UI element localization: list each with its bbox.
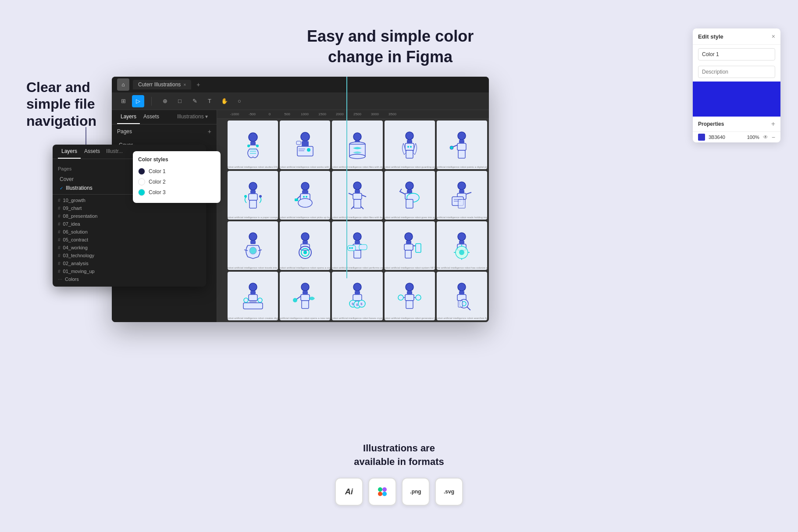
svg-rect-34 [249,194,257,200]
lo-layer-03-technology[interactable]: # 03_technology [53,252,206,259]
esp-eye-icon[interactable]: 👁 [763,134,768,140]
illus-cell-19: robot artificial intelligence robot gene… [385,272,435,320]
toolbar-grid-btn[interactable]: ⊞ [117,95,129,107]
toolbar-cursor-btn[interactable]: ▷ [132,95,144,107]
svg-point-4 [256,145,259,147]
robot-cylinder-svg [344,131,370,159]
svg-rect-120 [407,291,412,294]
ruler-top: -1000 -500 0 500 1000 1500 2000 2500 300… [217,110,489,119]
figma-home-button[interactable]: ⌂ [117,78,129,91]
illus-cell-12: robot artificial intelligence robot open… [280,221,330,270]
svg-point-81 [351,247,353,249]
lo-illustrations-label: Illustrations [66,185,93,191]
robot-flowers-svg [240,181,266,209]
illus-label: robot artificial intelligence robot base… [332,317,382,319]
svg-point-138 [382,492,387,496]
toolbar-pen-btn[interactable]: ✎ [189,95,201,107]
toolbar-hand-btn[interactable]: ✋ [218,95,231,107]
svg-line-50 [362,195,366,197]
lo-layer-07-idea[interactable]: # 07_idea [53,220,206,228]
illus-cell-10: artificial intelligence robot reads hold… [437,171,487,220]
illus-label: robot artificial intelligence robot file… [332,216,382,219]
lo-layer-01-moving-up[interactable]: # 01_moving_up [53,267,206,275]
esp-description-input[interactable] [698,66,775,78]
lo-layer-colors[interactable]: ⋯ Colors [53,275,206,283]
svg-rect-27 [459,140,464,143]
svg-rect-51 [354,199,361,208]
svg-point-52 [406,182,413,190]
tab-add-icon[interactable]: + [196,81,200,88]
svg-point-80 [349,247,351,249]
svg-rect-136 [378,492,382,496]
overlay-tab-illus[interactable]: Illustr... [103,145,125,159]
cs-item-color3[interactable]: Color 3 [138,187,215,198]
svg-rect-133 [458,301,463,307]
svg-rect-22 [405,143,414,150]
format-icons-group: Ai .png .svg [0,478,798,506]
tab-close-icon[interactable]: × [183,82,186,87]
esp-close-button[interactable]: × [772,33,775,40]
svg-rect-87 [405,250,411,258]
cs-item-color1[interactable]: Color 1 [138,166,215,177]
toolbar-text-btn[interactable]: T [203,95,216,107]
svg-point-110 [353,283,361,291]
svg-rect-35 [249,200,256,208]
svg-point-88 [458,233,466,241]
top-heading-section: Easy and simple color change in Figma [307,26,474,67]
svg-rect-64 [458,199,465,208]
illus-label: robot artificial intelligence robot gene… [385,317,435,319]
overlay-tab-assets[interactable]: Assets [81,145,103,159]
figma-tab[interactable]: Cuterr Illustrations × [133,80,191,89]
lo-layer-06-solution[interactable]: # 06_solution [53,228,206,236]
format-png-icon: .png [402,478,430,506]
esp-name-input[interactable] [698,48,775,60]
svg-point-102 [258,298,262,302]
lo-layer-09-chart[interactable]: # 09_chart [53,204,206,212]
tab-layers[interactable]: Layers [117,110,140,124]
svg-rect-58 [459,190,464,193]
ruler-mark: 500 [278,112,296,116]
robot-arm-svg [449,131,475,159]
lo-layer-05-contract[interactable]: # 05_contract [53,236,206,244]
esp-prop-row: 3B3640 100% 👁 − [693,131,780,142]
color-guide-line [346,77,347,278]
toolbar-rect-btn[interactable]: □ [174,95,186,107]
top-heading: Easy and simple color change in Figma [307,26,474,67]
cs-item-color2[interactable]: Color 2 [138,177,215,187]
svg-rect-121 [405,294,414,301]
svg-rect-47 [355,190,360,193]
svg-text:$: $ [352,302,354,306]
esp-minus-icon[interactable]: − [772,134,775,141]
svg-point-68 [301,233,309,241]
svg-point-0 [249,133,257,142]
svg-rect-69 [303,241,308,244]
robot-music-svg [240,282,266,310]
lo-layer-08-presentation[interactable]: # 08_presentation [53,212,206,220]
lo-layer-04-working[interactable]: # 04_working [53,244,206,252]
robot-target-svg [292,231,318,260]
esp-properties-add-icon[interactable]: + [771,120,775,128]
robot-sports-svg [396,181,423,209]
svg-point-123 [398,295,403,300]
toolbar-group-left: ⊞ ▷ [117,95,144,107]
robot-server-svg [396,231,423,260]
tab-assets[interactable]: Assets [140,110,163,124]
overlay-tab-layers[interactable]: Layers [58,145,81,159]
toolbar-frame-btn[interactable]: ⊕ [159,95,171,107]
svg-point-124 [416,295,421,300]
svg-point-41 [298,199,312,207]
illus-label: robot artificial intelligence robot sear… [437,317,487,319]
lo-pages-label: Pages [58,166,71,171]
svg-rect-135 [382,487,387,492]
tab-illustrations[interactable]: Illustrations ▾ [174,110,211,124]
toolbar-comment-btn[interactable]: ○ [233,95,246,107]
lo-layer-02-analysis[interactable]: # 02_analysis [53,259,206,267]
svg-rect-43 [295,199,298,201]
robot-vr-svg [292,282,318,310]
illus-cell-9: robot artificial intelligence robot goes… [385,171,435,220]
illus-cell-8: robot artificial intelligence robot file… [332,171,382,220]
pages-add-icon[interactable]: + [208,128,211,135]
svg-point-24 [407,146,409,148]
svg-rect-77 [354,250,361,258]
figma-logo-svg [376,486,388,498]
